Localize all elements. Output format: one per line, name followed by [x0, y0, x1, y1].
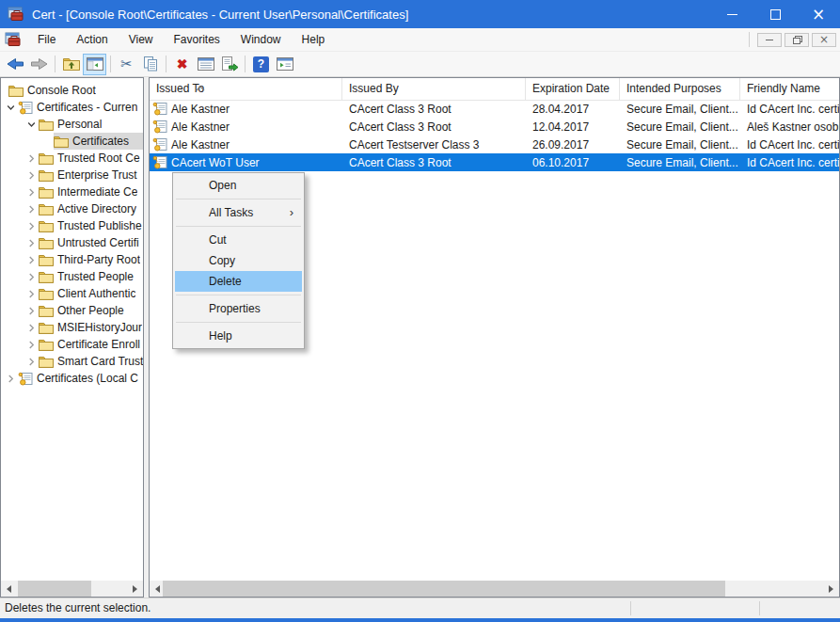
chevron-expanded-icon[interactable]: [3, 103, 18, 113]
tree-item-certificates-curren[interactable]: Certificates - Curren: [1, 99, 143, 116]
cut-icon[interactable]: ✂: [115, 54, 138, 75]
close-button[interactable]: ×: [797, 0, 840, 28]
context-menu-item-copy[interactable]: Copy: [175, 250, 302, 271]
tree-item-active-directory[interactable]: Active Directory: [1, 200, 143, 217]
forward-arrow-icon[interactable]: [27, 54, 51, 75]
tree-item-trusted-people[interactable]: Trusted People: [1, 268, 143, 285]
menu-window[interactable]: Window: [230, 28, 292, 52]
back-arrow-icon[interactable]: [4, 54, 27, 75]
tree-item-third-party-root[interactable]: Third-Party Root: [1, 251, 143, 268]
tree-item-certificate-enroll[interactable]: Certificate Enroll: [1, 336, 143, 353]
tree-item-certificates[interactable]: Certificates: [1, 133, 143, 150]
child-window-controls: ×: [749, 32, 840, 47]
column-header-issued-by[interactable]: Issued By: [342, 78, 526, 100]
context-menu-item-cut[interactable]: Cut: [175, 230, 302, 250]
column-header-expiration-date[interactable]: Expiration Date: [526, 78, 620, 100]
tree-item-content: Console Root: [8, 82, 143, 99]
folder-icon: [39, 355, 54, 368]
child-restore-button[interactable]: [785, 33, 809, 47]
scrollbar-thumb[interactable]: [163, 581, 725, 597]
mmc-child-window-icon[interactable]: [5, 32, 22, 48]
chevron-collapsed-icon[interactable]: [24, 323, 39, 333]
tree-item-personal[interactable]: Personal: [1, 116, 143, 133]
chevron-collapsed-icon[interactable]: [24, 221, 39, 231]
chevron-collapsed-icon[interactable]: [3, 374, 18, 384]
tree-item-content: Other People: [39, 302, 143, 319]
table-row-cacert-wot-user[interactable]: CAcert WoT UserCAcert Class 3 Root06.10.…: [150, 153, 839, 171]
context-menu-item-help[interactable]: Help: [175, 326, 302, 346]
submenu-arrow-icon: ›: [290, 202, 293, 223]
column-header-friendly-name[interactable]: Friendly Name: [740, 78, 839, 100]
context-menu-item-delete[interactable]: Delete: [175, 271, 302, 292]
tree-item-enterprise-trust[interactable]: Enterprise Trust: [1, 167, 143, 183]
column-header-intended-purposes[interactable]: Intended Purposes: [620, 78, 740, 100]
scroll-left-icon[interactable]: [1, 581, 17, 597]
child-minimize-button[interactable]: [757, 33, 782, 47]
delete-icon[interactable]: ✖: [170, 54, 194, 75]
minimize-icon: [727, 14, 737, 15]
menu-file[interactable]: File: [27, 28, 66, 52]
help-icon[interactable]: ?: [249, 54, 273, 75]
tree-item-trusted-root-ce[interactable]: Trusted Root Ce: [1, 150, 143, 167]
tree-item-content: Intermediate Ce: [39, 183, 143, 200]
chevron-expanded-icon[interactable]: [24, 120, 39, 130]
toolbar-separator: [110, 56, 111, 72]
chevron-collapsed-icon[interactable]: [24, 255, 39, 265]
scroll-right-icon[interactable]: [127, 581, 143, 597]
context-menu-item-properties[interactable]: Properties: [175, 298, 302, 319]
column-header-issued-to[interactable]: Issued To: [150, 78, 342, 100]
tree-item-certificates-local-c[interactable]: Certificates (Local C: [1, 370, 143, 387]
tree-item-intermediate-ce[interactable]: Intermediate Ce: [1, 183, 143, 200]
show-hide-console-tree-icon[interactable]: [83, 54, 106, 75]
child-close-button[interactable]: ×: [812, 33, 836, 47]
tree-item-console-root[interactable]: Console Root: [1, 82, 143, 99]
show-hide-action-pane-icon[interactable]: [273, 54, 296, 75]
chevron-collapsed-icon[interactable]: [24, 306, 39, 316]
context-menu-item-all-tasks[interactable]: All Tasks›: [175, 202, 302, 223]
chevron-collapsed-icon[interactable]: [24, 238, 39, 248]
menu-action[interactable]: Action: [66, 28, 118, 52]
up-one-level-icon[interactable]: [59, 54, 83, 75]
certificate-icon: [18, 372, 33, 386]
chevron-collapsed-icon[interactable]: [24, 204, 39, 215]
export-list-icon[interactable]: [217, 54, 241, 75]
menu-help[interactable]: Help: [292, 28, 336, 52]
chevron-collapsed-icon[interactable]: [24, 340, 39, 350]
chevron-collapsed-icon[interactable]: [24, 289, 39, 299]
window-title: Cert - [Console Root\Certificates - Curr…: [32, 8, 710, 22]
tree-item-msiehistoryjour[interactable]: MSIEHistoryJour: [1, 319, 143, 336]
chevron-collapsed-icon[interactable]: [24, 170, 39, 181]
table-row-ale-kastner[interactable]: Ale KastnerCAcert Class 3 Root28.04.2017…: [150, 100, 839, 118]
chevron-collapsed-icon[interactable]: [24, 153, 39, 164]
chevron-collapsed-icon[interactable]: [24, 187, 39, 198]
folder-icon: [39, 152, 54, 165]
tree-item-label: Enterprise Trust: [57, 168, 137, 182]
table-row-ale-kastner[interactable]: Ale KastnerCAcert Testserver Class 326.0…: [150, 136, 839, 153]
tree-item-content: Trusted People: [39, 268, 143, 285]
status-bar: Deletes the current selection.: [0, 598, 840, 618]
list-horizontal-scrollbar[interactable]: [150, 581, 839, 597]
tree-item-label: Client Authentic: [57, 287, 135, 300]
menu-view[interactable]: View: [119, 28, 164, 52]
tree-horizontal-scrollbar[interactable]: [1, 581, 143, 597]
maximize-button[interactable]: [753, 0, 797, 28]
tree-item-smart-card-trust[interactable]: Smart Card Trust: [1, 353, 143, 370]
context-menu-item-open[interactable]: Open: [175, 175, 302, 196]
certificate-icon: [18, 101, 33, 115]
table-row-ale-kastner[interactable]: Ale KastnerCAcert Class 3 Root12.04.2017…: [150, 118, 839, 136]
tree-item-client-authentic[interactable]: Client Authentic: [1, 285, 143, 302]
copy-icon[interactable]: [138, 54, 162, 75]
minimize-button[interactable]: [710, 0, 753, 28]
tree-item-other-people[interactable]: Other People: [1, 302, 143, 319]
menu-favorites[interactable]: Favorites: [164, 28, 230, 52]
tree-item-untrusted-certifi[interactable]: Untrusted Certifi: [1, 234, 143, 251]
properties-icon[interactable]: [194, 54, 217, 75]
scrollbar-thumb[interactable]: [18, 581, 91, 597]
cell-issued-to: Ale Kastner: [150, 120, 342, 134]
tree-item-content: Third-Party Root: [39, 251, 143, 268]
tree-item-trusted-publishe[interactable]: Trusted Publishe: [1, 217, 143, 234]
status-text: Deletes the current selection.: [0, 601, 151, 614]
chevron-collapsed-icon[interactable]: [24, 272, 39, 282]
scroll-right-icon[interactable]: [823, 581, 839, 597]
chevron-collapsed-icon[interactable]: [24, 357, 39, 367]
